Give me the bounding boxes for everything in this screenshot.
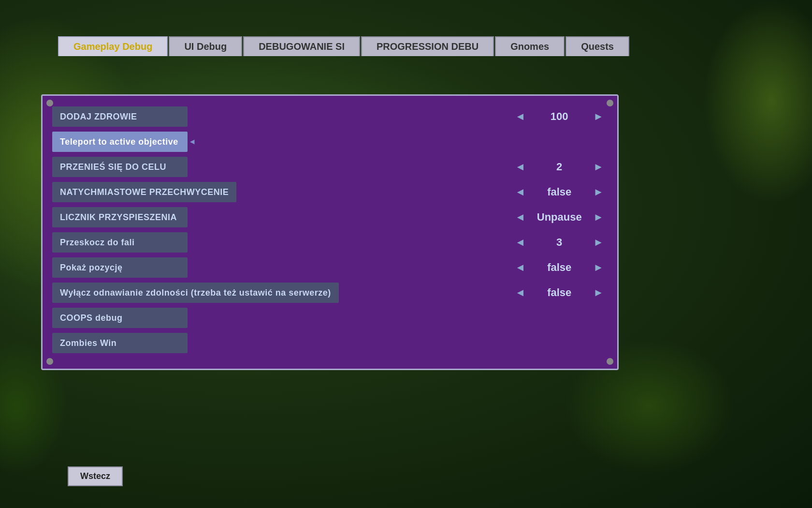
arrow-right-pokaz-pozycje[interactable]: ► <box>589 260 608 275</box>
arrow-right-natychmiastowe[interactable]: ► <box>589 185 608 199</box>
control-group-pokaz-pozycje: ◄false► <box>511 260 608 275</box>
menu-label-wylacz-odnawianie[interactable]: Wyłącz odnawianie zdolności (trzeba też … <box>52 283 339 303</box>
menu-label-dodaj-zdrowie[interactable]: DODAJ ZDROWIE <box>52 106 188 127</box>
control-group-licznik: ◄Unpause► <box>511 210 608 224</box>
control-group-przeskocz: ◄3► <box>511 235 608 250</box>
tab-ui-debug[interactable]: UI Debug <box>169 36 242 56</box>
arrow-right-przenies[interactable]: ► <box>589 160 608 174</box>
value-dodaj-zdrowie: 100 <box>535 110 583 123</box>
menu-label-pokaz-pozycje[interactable]: Pokaż pozycję <box>52 257 188 278</box>
control-group-przenies: ◄2► <box>511 160 608 174</box>
arrow-left-przenies[interactable]: ◄ <box>511 160 529 174</box>
arrow-right-przeskocz[interactable]: ► <box>589 235 608 250</box>
tab-debugowanie-si[interactable]: DEBUGOWANIE SI <box>243 36 360 56</box>
tab-gameplay-debug[interactable]: Gameplay Debug <box>58 36 168 56</box>
panel-corner-tr <box>607 100 613 106</box>
tab-gnomes[interactable]: Gnomes <box>495 36 565 56</box>
control-group-wylacz-odnawianie: ◄false► <box>511 285 608 300</box>
menu-label-coops-debug[interactable]: COOPS debug <box>52 308 188 328</box>
menu-row-przeskocz: Przeskocz do fali◄3► <box>52 231 608 254</box>
arrow-right-dodaj-zdrowie[interactable]: ► <box>589 109 608 124</box>
value-natychmiastowe: false <box>535 186 583 198</box>
tab-quests[interactable]: Quests <box>566 36 629 56</box>
arrow-left-pokaz-pozycje[interactable]: ◄ <box>511 260 529 275</box>
arrow-left-wylacz-odnawianie[interactable]: ◄ <box>511 285 529 300</box>
menu-row-natychmiastowe: NATYCHMIASTOWE PRZECHWYCENIE◄false► <box>52 181 608 203</box>
menu-label-przeskocz[interactable]: Przeskocz do fali <box>52 232 188 253</box>
menu-row-coops-debug: COOPS debug <box>52 307 608 329</box>
menu-label-licznik[interactable]: LICZNIK PRZYSPIESZENIA <box>52 207 188 227</box>
menu-row-licznik: LICZNIK PRZYSPIESZENIA◄Unpause► <box>52 206 608 228</box>
value-przeskocz: 3 <box>535 236 583 249</box>
menu-container: DODAJ ZDROWIE◄100►Teleport to active obj… <box>52 105 608 354</box>
panel-corner-bl <box>46 358 53 365</box>
menu-label-teleport[interactable]: Teleport to active objective <box>52 132 188 152</box>
arrow-left-przeskocz[interactable]: ◄ <box>511 235 529 250</box>
value-licznik: Unpause <box>535 211 583 224</box>
control-group-dodaj-zdrowie: ◄100► <box>511 109 608 124</box>
panel-corner-tl <box>46 100 53 106</box>
arrow-right-licznik[interactable]: ► <box>589 210 608 224</box>
menu-row-przenies: PRZENIEŚ SIĘ DO CELU◄2► <box>52 156 608 178</box>
control-group-natychmiastowe: ◄false► <box>511 185 608 199</box>
arrow-left-licznik[interactable]: ◄ <box>511 210 529 224</box>
back-button[interactable]: Wstecz <box>68 466 123 486</box>
arrow-left-natychmiastowe[interactable]: ◄ <box>511 185 529 199</box>
arrow-left-dodaj-zdrowie[interactable]: ◄ <box>511 109 529 124</box>
menu-row-wylacz-odnawianie: Wyłącz odnawianie zdolności (trzeba też … <box>52 282 608 304</box>
arrow-right-wylacz-odnawianie[interactable]: ► <box>589 285 608 300</box>
tab-progression-debug[interactable]: PROGRESSION DEBU <box>361 36 494 56</box>
menu-label-przenies[interactable]: PRZENIEŚ SIĘ DO CELU <box>52 157 188 177</box>
menu-row-dodaj-zdrowie: DODAJ ZDROWIE◄100► <box>52 105 608 128</box>
panel-corner-br <box>607 358 613 365</box>
value-wylacz-odnawianie: false <box>535 286 583 299</box>
menu-label-zombies-win[interactable]: Zombies Win <box>52 333 188 353</box>
value-przenies: 2 <box>535 161 583 173</box>
menu-label-natychmiastowe[interactable]: NATYCHMIASTOWE PRZECHWYCENIE <box>52 182 236 202</box>
value-pokaz-pozycje: false <box>535 261 583 274</box>
main-panel: DODAJ ZDROWIE◄100►Teleport to active obj… <box>41 94 619 370</box>
menu-row-zombies-win: Zombies Win <box>52 332 608 354</box>
menu-row-pokaz-pozycje: Pokaż pozycję◄false► <box>52 256 608 279</box>
tab-bar: Gameplay DebugUI DebugDEBUGOWANIE SIPROG… <box>58 36 629 56</box>
menu-row-teleport: Teleport to active objective <box>52 131 608 153</box>
